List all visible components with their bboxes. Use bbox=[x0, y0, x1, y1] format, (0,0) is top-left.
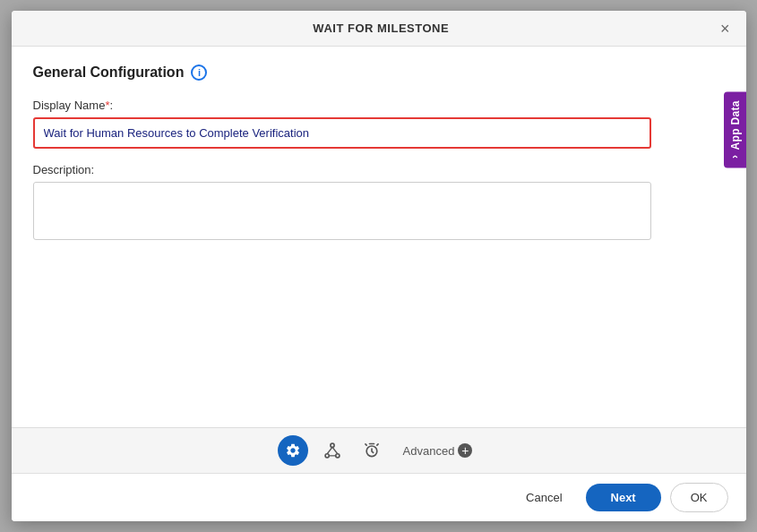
modal-backdrop: WAIT FOR MILESTONE × General Configurati… bbox=[0, 0, 757, 532]
description-textarea[interactable] bbox=[33, 182, 651, 240]
ok-button[interactable]: OK bbox=[670, 483, 728, 512]
cancel-button[interactable]: Cancel bbox=[512, 484, 576, 511]
next-button[interactable]: Next bbox=[586, 484, 661, 511]
app-data-label: App Data bbox=[729, 100, 742, 150]
modal-toolbar: Advanced + bbox=[12, 427, 746, 473]
svg-point-1 bbox=[325, 454, 329, 458]
network-icon bbox=[323, 442, 341, 459]
display-name-input[interactable] bbox=[33, 117, 651, 149]
svg-line-3 bbox=[327, 447, 332, 454]
toolbar-connections-button[interactable] bbox=[317, 435, 348, 466]
advanced-button[interactable]: Advanced + bbox=[396, 440, 480, 461]
svg-line-4 bbox=[332, 447, 338, 454]
modal-body: General Configuration i Display Name*: D… bbox=[12, 47, 746, 427]
app-data-chevron-icon: ‹ bbox=[729, 155, 742, 159]
info-icon[interactable]: i bbox=[191, 64, 207, 81]
svg-point-2 bbox=[335, 454, 339, 458]
toolbar-timer-button[interactable] bbox=[357, 435, 387, 466]
close-button[interactable]: × bbox=[718, 21, 732, 37]
advanced-plus-icon: + bbox=[458, 443, 472, 458]
modal-header: WAIT FOR MILESTONE × bbox=[12, 11, 746, 47]
svg-point-0 bbox=[330, 443, 333, 447]
modal-title: WAIT FOR MILESTONE bbox=[44, 21, 718, 35]
gear-icon bbox=[285, 442, 301, 459]
section-title-text: General Configuration bbox=[33, 64, 185, 81]
display-name-label: Display Name*: bbox=[33, 99, 725, 112]
description-label: Description: bbox=[33, 163, 725, 176]
modal-footer: Cancel Next OK bbox=[12, 473, 746, 521]
modal-container: WAIT FOR MILESTONE × General Configurati… bbox=[12, 11, 746, 521]
advanced-label: Advanced bbox=[403, 444, 455, 458]
description-group: Description: bbox=[33, 163, 725, 243]
section-title: General Configuration i bbox=[33, 64, 725, 81]
display-name-group: Display Name*: bbox=[33, 99, 725, 149]
app-data-tab[interactable]: ‹ App Data bbox=[724, 91, 746, 167]
time-icon bbox=[363, 442, 381, 459]
toolbar-gear-button[interactable] bbox=[278, 435, 308, 466]
